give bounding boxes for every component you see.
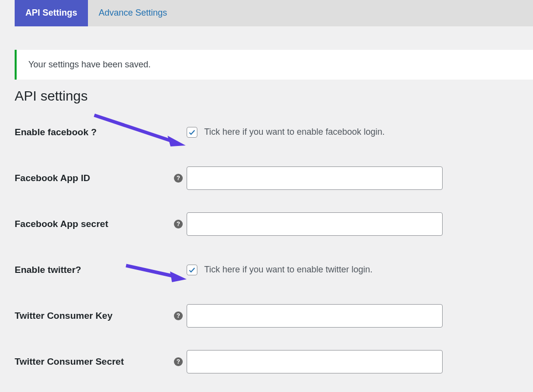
desc-enable-twitter: Tick here if you want to enable twitter …: [204, 265, 373, 275]
label-enable-twitter: Enable twitter?: [15, 265, 170, 275]
help-icon[interactable]: ?: [174, 311, 183, 320]
field-facebook-app-secret: Facebook App secret ?: [15, 212, 533, 236]
help-icon[interactable]: ?: [174, 220, 183, 228]
checkbox-enable-facebook[interactable]: [187, 127, 197, 138]
check-icon: [188, 266, 196, 274]
input-facebook-app-secret[interactable]: [187, 212, 443, 236]
label-twitter-consumer-secret: Twitter Consumer Secret: [15, 356, 170, 367]
field-twitter-consumer-key: Twitter Consumer Key ?: [15, 304, 533, 328]
saved-notice: Your settings have been saved.: [15, 50, 533, 80]
label-facebook-app-secret: Facebook App secret: [15, 219, 170, 229]
label-facebook-app-id: Facebook App ID: [15, 173, 170, 184]
field-facebook-app-id: Facebook App ID ?: [15, 166, 533, 190]
desc-enable-facebook: Tick here if you want to enable facebook…: [204, 127, 385, 137]
checkbox-enable-twitter[interactable]: [187, 265, 197, 275]
saved-notice-text: Your settings have been saved.: [28, 60, 151, 69]
label-enable-facebook: Enable facebook ?: [15, 127, 170, 138]
tab-advance-settings[interactable]: Advance Settings: [88, 0, 178, 26]
help-icon[interactable]: ?: [174, 357, 183, 366]
settings-tabs: API Settings Advance Settings: [15, 0, 533, 26]
field-twitter-consumer-secret: Twitter Consumer Secret ?: [15, 350, 533, 373]
help-icon[interactable]: ?: [174, 174, 183, 183]
field-enable-twitter: Enable twitter? Tick here if you want to…: [15, 258, 533, 282]
input-facebook-app-id[interactable]: [187, 166, 443, 190]
page-title: API settings: [15, 88, 533, 104]
input-twitter-consumer-secret[interactable]: [187, 350, 443, 373]
field-enable-facebook: Enable facebook ? Tick here if you want …: [15, 121, 533, 144]
check-icon: [188, 128, 196, 136]
label-twitter-consumer-key: Twitter Consumer Key: [15, 310, 170, 321]
tab-api-settings[interactable]: API Settings: [15, 0, 88, 26]
input-twitter-consumer-key[interactable]: [187, 304, 443, 328]
